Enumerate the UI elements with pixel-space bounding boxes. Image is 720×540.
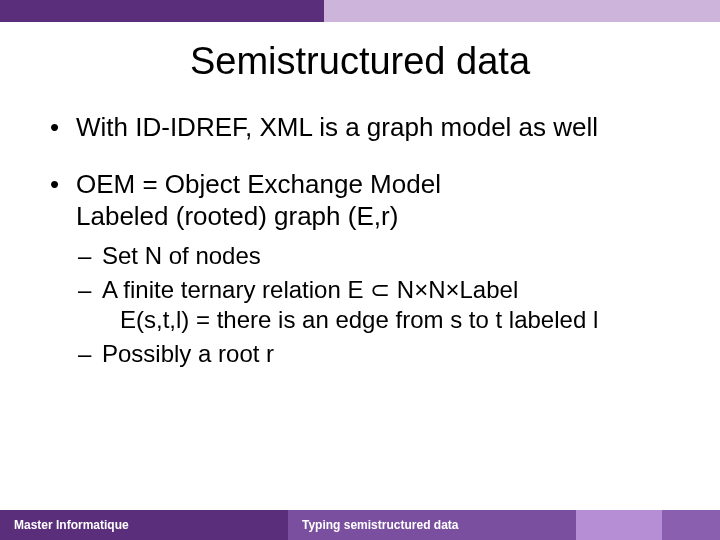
slide-body: With ID-IDREF, XML is a graph model as w…: [0, 111, 720, 540]
footer-left-text: Master Informatique: [14, 518, 129, 532]
footer-left: Master Informatique: [0, 510, 288, 540]
top-accent-dark: [0, 0, 324, 22]
sub-bullet-item: Possibly a root r: [76, 339, 672, 369]
footer-bar: Master Informatique Typing semistructure…: [0, 510, 720, 540]
bullet-item: With ID-IDREF, XML is a graph model as w…: [48, 111, 672, 144]
bullet-text: Labeled (rooted) graph (E,r): [76, 201, 398, 231]
sub-bullet-text: Set N of nodes: [102, 242, 261, 269]
footer-accent-b: [662, 510, 720, 540]
sub-bullet-text: E(s,t,l) = there is an edge from s to t …: [102, 305, 672, 335]
bullet-text: OEM = Object Exchange Model: [76, 169, 441, 199]
top-accent-bar: [0, 0, 720, 22]
top-accent-light: [324, 0, 720, 22]
sub-bullet-list: Set N of nodes A finite ternary relation…: [76, 241, 672, 369]
footer-right: Typing semistructured data: [288, 510, 576, 540]
slide: Semistructured data With ID-IDREF, XML i…: [0, 0, 720, 540]
sub-bullet-text: A finite ternary relation E ⊂ N×N×Label: [102, 276, 518, 303]
slide-title: Semistructured data: [0, 40, 720, 83]
bullet-item: OEM = Object Exchange Model Labeled (roo…: [48, 168, 672, 369]
sub-bullet-item: A finite ternary relation E ⊂ N×N×Label …: [76, 275, 672, 335]
bullet-list: With ID-IDREF, XML is a graph model as w…: [48, 111, 672, 369]
footer-right-text: Typing semistructured data: [302, 518, 458, 532]
footer-accent-a: [576, 510, 662, 540]
sub-bullet-item: Set N of nodes: [76, 241, 672, 271]
sub-bullet-text: Possibly a root r: [102, 340, 274, 367]
bullet-text: With ID-IDREF, XML is a graph model as w…: [76, 112, 598, 142]
